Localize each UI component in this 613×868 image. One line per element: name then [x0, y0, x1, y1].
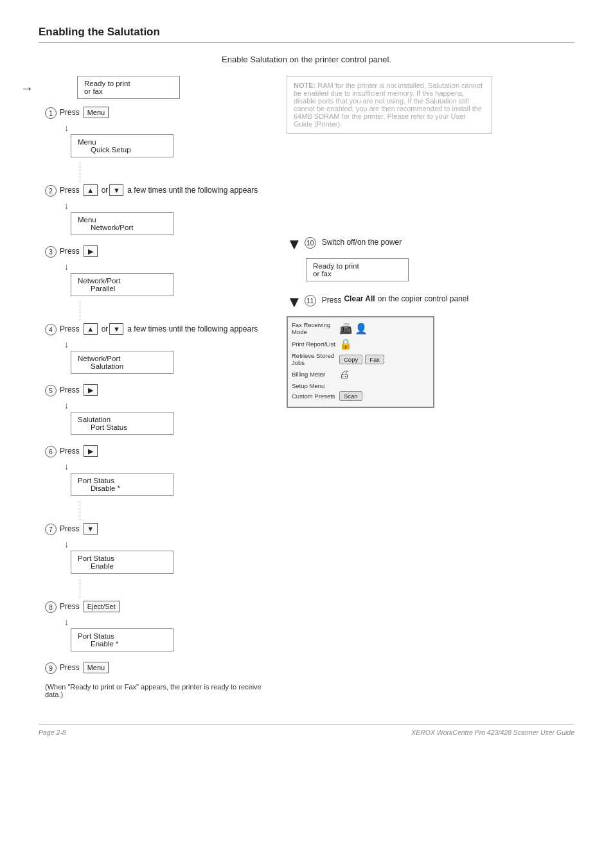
dashed-2 [80, 301, 276, 321]
arrow-step8-down: ↓ [64, 617, 276, 627]
step-5-row: 5 Press ▶ [45, 384, 276, 396]
step-9-row: 9 Press Menu [45, 662, 276, 674]
footer-note: (When "Ready to print or Fax" appears, t… [45, 683, 276, 698]
panel-icon-person: 👤 [355, 323, 368, 335]
step-8-circle: 8 [45, 601, 57, 613]
step2-sub-line1: Menu [78, 216, 166, 224]
step-3-btn: ▶ [84, 245, 98, 257]
step-9-press: Press [60, 662, 80, 673]
step-11-area: ▼ 11 Press Clear All on the copier contr… [287, 294, 492, 310]
dashed-1 [80, 163, 276, 182]
arrow-step4-down: ↓ [64, 339, 276, 350]
step-11-circle: 11 [305, 295, 316, 306]
step6-display: Port Status Disable * [71, 473, 173, 496]
panel-icon-billing: 🖨 [339, 369, 350, 380]
arrow-step3-down: ↓ [64, 261, 276, 272]
arrow-step6-down: ↓ [64, 461, 276, 472]
step3-display: Network/Port Parallel [71, 273, 173, 296]
step7-sub-line1: Port Status [78, 554, 166, 562]
step-6-circle: 6 [45, 446, 57, 457]
step-5-circle: 5 [45, 385, 57, 396]
step-11-row: ▼ 11 Press Clear All on the copier contr… [287, 294, 492, 310]
step3-sub-line2: Parallel [78, 285, 166, 292]
footer-product: XEROX WorkCentre Pro 423/428 Scanner Use… [411, 729, 574, 736]
panel-row-setup: Setup Menu [292, 382, 429, 389]
step-11-bold: Clear All [344, 294, 375, 303]
step-4-or: or [102, 323, 109, 335]
step-4-press: Press [60, 323, 80, 335]
step-10-row: ▼ 10 Switch off/on the power [287, 236, 492, 252]
panel-btn-fax[interactable]: Fax [365, 355, 384, 364]
dashed-3 [80, 501, 276, 520]
panel-btn-copy[interactable]: Copy [339, 355, 362, 364]
step-2-or: or [102, 184, 109, 196]
subtitle: Enable Salutation on the printer control… [39, 55, 574, 64]
arrow-step1-down: ↓ [64, 123, 276, 133]
step-6-btn: ▶ [84, 445, 98, 457]
step-9-circle: 9 [45, 662, 57, 674]
step-5-press: Press [60, 384, 80, 396]
step-1-btn: Menu [84, 107, 109, 118]
step-2-btn-down: ▼ [109, 184, 123, 196]
step-10-arrow: ▼ [287, 236, 302, 252]
step-4-row: 4 Press ▲ or ▼ a few times until the fol… [45, 323, 276, 335]
step-4-btn-up: ▲ [84, 323, 98, 335]
panel-label-setup: Setup Menu [292, 382, 337, 389]
step5-sub-line2: Port Status [78, 423, 166, 431]
step4-display: Network/Port Salutation [71, 351, 173, 374]
step6-sub-line1: Port Status [78, 477, 166, 484]
footer-page-num: Page 2-8 [39, 729, 66, 736]
initial-display-line2: or fax [84, 87, 173, 95]
page-title: Enabling the Salutation [39, 26, 574, 43]
arrow-step7-down: ↓ [64, 539, 276, 549]
step-4-btn-down: ▼ [109, 323, 123, 335]
panel-row-custom: Custom Presets Scan [292, 391, 429, 401]
entry-arrow: → [21, 81, 33, 96]
step2-display: Menu Network/Port [71, 212, 173, 235]
step-7-row: 7 Press ▼ [45, 523, 276, 535]
page-footer: Page 2-8 XEROX WorkCentre Pro 423/428 Sc… [39, 724, 574, 736]
step10-display: Ready to print or fax [306, 258, 409, 281]
step10-line1: Ready to print [313, 262, 402, 270]
step-10-text: Switch off/on the power [322, 236, 402, 248]
panel-label-print: Print Report/List [292, 341, 337, 348]
note-box: NOTE: RAM for the printer is not install… [287, 76, 492, 134]
step-7-press: Press [60, 523, 80, 535]
step4-sub-line2: Salutation [78, 362, 166, 370]
panel-icon-lock: 🔒 [339, 338, 352, 350]
step7-display: Port Status Enable [71, 551, 173, 574]
step1-sub-line1: Menu [78, 138, 166, 146]
step5-display: Salutation Port Status [71, 412, 173, 435]
arrow-step2-down: ↓ [64, 200, 276, 211]
note-label: NOTE: [294, 82, 315, 89]
step-1-press: Press [60, 107, 80, 118]
step-10-circle: 10 [305, 237, 316, 249]
panel-row-print: Print Report/List 🔒 [292, 338, 429, 350]
step8-display: Port Status Enable * [71, 628, 173, 651]
step-3-row: 3 Press ▶ [45, 245, 276, 258]
dashed-4 [80, 579, 276, 598]
step-4-circle: 4 [45, 324, 57, 335]
note-text: RAM for the printer is not installed, Sa… [294, 82, 483, 128]
step8-sub-line2: Enable * [78, 640, 166, 648]
step-4-suffix: a few times until the following appears [127, 323, 258, 335]
step-8-btn: Eject/Set [84, 601, 120, 612]
step-5-btn: ▶ [84, 384, 98, 396]
step-2-row: 2 Press ▲ or ▼ a few times until the fol… [45, 184, 276, 197]
panel-btn-scan[interactable]: Scan [339, 391, 362, 401]
step-1-row: 1 Press Menu [45, 107, 276, 119]
panel-label-retrieve: Retrieve Stored Jobs [292, 352, 337, 367]
step-2-circle: 2 [45, 185, 57, 197]
step-3-circle: 3 [45, 246, 57, 258]
step3-sub-line1: Network/Port [78, 277, 166, 285]
step-11-text: Press [322, 294, 342, 306]
step5-sub-line1: Salutation [78, 416, 166, 423]
panel-label-billing: Billing Meter [292, 371, 337, 378]
step-9-btn: Menu [84, 662, 109, 673]
step-7-btn-down: ▼ [84, 523, 98, 535]
step-8-row: 8 Press Eject/Set [45, 601, 276, 613]
step6-sub-line2: Disable * [78, 484, 166, 492]
step-2-suffix: a few times until the following appears [127, 184, 258, 196]
panel-label-fax: Fax Receiving Mode [292, 321, 337, 336]
step2-sub-line2: Network/Port [78, 224, 166, 231]
